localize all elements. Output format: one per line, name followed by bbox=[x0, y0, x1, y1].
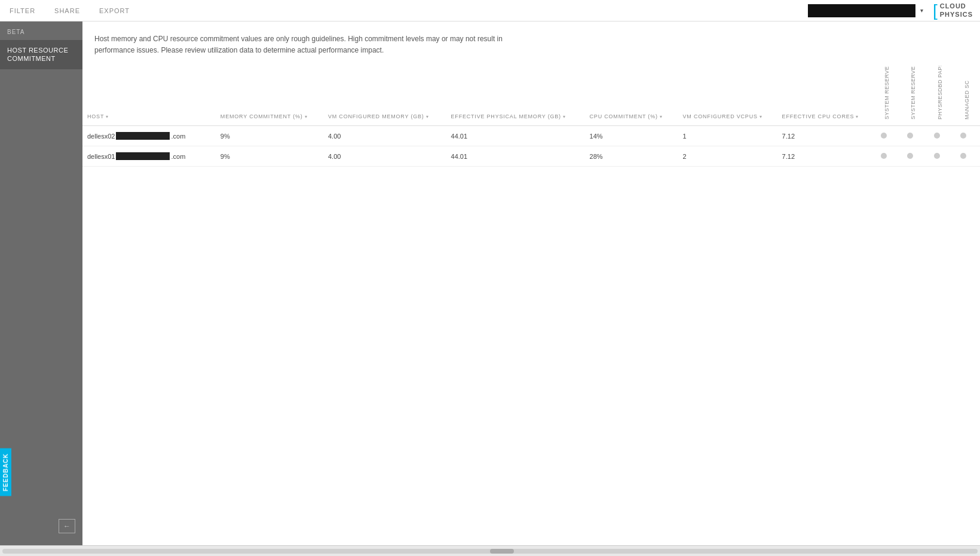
host-cell-2: dellesx01.com bbox=[82, 146, 216, 167]
col-cpu-commitment: CPU COMMITMENT (%) ▾ bbox=[585, 66, 678, 126]
table-header-row: HOST ▾ MEMORY COMMITMENT (%) ▾ bbox=[82, 66, 980, 126]
col11-2 bbox=[953, 146, 980, 167]
content-area: Host memory and CPU resource commitment … bbox=[82, 21, 980, 545]
col-host: HOST ▾ bbox=[82, 66, 216, 126]
scrollbar-track[interactable] bbox=[2, 549, 978, 554]
host-redacted-1 bbox=[116, 132, 170, 140]
host-suffix-1: .com bbox=[171, 133, 185, 140]
header: FILTER SHARE EXPORT ▾ [ CLOUD PHYSICS bbox=[0, 0, 980, 21]
col11-1 bbox=[953, 126, 980, 146]
effective-cpu-cores-2: 7.12 bbox=[777, 146, 874, 167]
dot-indicator-2-11 bbox=[960, 153, 966, 159]
effective-memory-sort-icon[interactable]: ▾ bbox=[563, 114, 566, 119]
cpu-cores-sort-icon[interactable]: ▾ bbox=[856, 114, 859, 119]
col8-2 bbox=[874, 146, 901, 167]
effective-cpu-cores-1: 7.12 bbox=[777, 126, 874, 146]
vm-memory-sort-icon[interactable]: ▾ bbox=[426, 114, 429, 119]
dot-indicator-2-10 bbox=[934, 153, 940, 159]
memory-commitment-2: 9% bbox=[216, 146, 323, 167]
col-memory-commitment: MEMORY COMMITMENT (%) ▾ bbox=[216, 66, 323, 126]
back-button[interactable]: ← bbox=[59, 519, 75, 533]
memory-commitment-1: 9% bbox=[216, 126, 323, 146]
effective-physical-memory-1: 44.01 bbox=[446, 126, 585, 146]
scrollbar-thumb[interactable] bbox=[490, 549, 514, 554]
filter-button[interactable]: FILTER bbox=[7, 0, 38, 21]
host-suffix-2: .com bbox=[171, 153, 185, 160]
host-redacted-2 bbox=[116, 152, 170, 160]
host-cell-1: dellesx02.com bbox=[82, 126, 216, 146]
dot-indicator-2-9 bbox=[907, 153, 913, 159]
feedback-tab[interactable]: FEEDBACK bbox=[0, 449, 11, 496]
sidebar: BETA HOST RESOURCE COMMITMENT ← bbox=[0, 21, 82, 545]
table-row: dellesx02.com 9% 4.00 44.01 14% 1 7.12 bbox=[82, 126, 980, 146]
col-managed-sc: MANAGED SC ▾ bbox=[953, 66, 980, 126]
app-container: FILTER SHARE EXPORT ▾ [ CLOUD PHYSICS BE… bbox=[0, 0, 980, 556]
effective-physical-memory-2: 44.01 bbox=[446, 146, 585, 167]
scrollbar-area[interactable] bbox=[0, 545, 980, 556]
col8-1 bbox=[874, 126, 901, 146]
dot-indicator-1-11 bbox=[960, 133, 966, 139]
col10-1 bbox=[927, 126, 954, 146]
host-prefix-2: dellesx01 bbox=[87, 153, 115, 160]
host-sort-icon[interactable]: ▾ bbox=[106, 114, 109, 119]
col-effective-physical-memory: EFFECTIVE PHYSICAL MEMORY (GB) ▾ bbox=[446, 66, 585, 126]
vm-configured-vcpus-1: 1 bbox=[678, 126, 777, 146]
col-vm-vcpus: VM CONFIGURED VCPUS ▾ bbox=[678, 66, 777, 126]
col-system-reserved-cpu: SYSTEM RESERVED CPU USD ▾ bbox=[900, 66, 927, 126]
cpu-commitment-sort-icon[interactable]: ▾ bbox=[660, 114, 663, 119]
vm-configured-memory-1: 4.00 bbox=[323, 126, 446, 146]
col-vm-configured-memory: VM CONFIGURED MEMORY (GB) ▾ bbox=[323, 66, 446, 126]
table-row: dellesx01.com 9% 4.00 44.01 28% 2 7.12 bbox=[82, 146, 980, 167]
header-right: ▾ [ CLOUD PHYSICS bbox=[808, 2, 973, 19]
col-effective-cpu-cores: EFFECTIVE CPU CORES ▾ bbox=[777, 66, 874, 126]
col10-2 bbox=[927, 146, 954, 167]
header-dropdown-arrow[interactable]: ▾ bbox=[920, 7, 923, 14]
header-nav: FILTER SHARE EXPORT bbox=[7, 0, 808, 21]
col-system-reserved-memory: SYSTEM RESERVED MEMORY USD ▾ bbox=[874, 66, 901, 126]
col9-2 bbox=[900, 146, 927, 167]
data-table: HOST ▾ MEMORY COMMITMENT (%) ▾ bbox=[82, 66, 980, 167]
share-button[interactable]: SHARE bbox=[52, 0, 82, 21]
main-layout: BETA HOST RESOURCE COMMITMENT ← Host mem… bbox=[0, 21, 980, 545]
brand-logo: [ CLOUD PHYSICS bbox=[933, 2, 973, 19]
dot-indicator-2-8 bbox=[881, 153, 887, 159]
sidebar-item-host-resource-commitment[interactable]: HOST RESOURCE COMMITMENT bbox=[0, 40, 82, 69]
col9-1 bbox=[900, 126, 927, 146]
brand-text: CLOUD PHYSICS bbox=[940, 2, 973, 18]
memory-commitment-sort-icon[interactable]: ▾ bbox=[305, 114, 308, 119]
export-button[interactable]: EXPORT bbox=[97, 0, 132, 21]
info-box: Host memory and CPU resource commitment … bbox=[82, 21, 531, 66]
vm-vcpus-sort-icon[interactable]: ▾ bbox=[760, 114, 762, 119]
cpu-commitment-2: 28% bbox=[585, 146, 678, 167]
sidebar-back: ← bbox=[0, 512, 82, 540]
info-text: Host memory and CPU resource commitment … bbox=[94, 33, 519, 56]
sidebar-beta-label: BETA bbox=[0, 26, 82, 40]
host-prefix-1: dellesx02 bbox=[87, 133, 115, 140]
dot-indicator-1-9 bbox=[907, 133, 913, 139]
dot-indicator-1-10 bbox=[934, 133, 940, 139]
brand-bracket: [ bbox=[933, 2, 938, 19]
vm-configured-vcpus-2: 2 bbox=[678, 146, 777, 167]
col-physresdbd: PHYSRESDBD PAPS ▾ bbox=[927, 66, 954, 126]
header-search-box[interactable] bbox=[808, 4, 915, 17]
cpu-commitment-1: 14% bbox=[585, 126, 678, 146]
table-wrapper: HOST ▾ MEMORY COMMITMENT (%) ▾ bbox=[82, 66, 980, 167]
vm-configured-memory-2: 4.00 bbox=[323, 146, 446, 167]
dot-indicator-1-8 bbox=[881, 133, 887, 139]
